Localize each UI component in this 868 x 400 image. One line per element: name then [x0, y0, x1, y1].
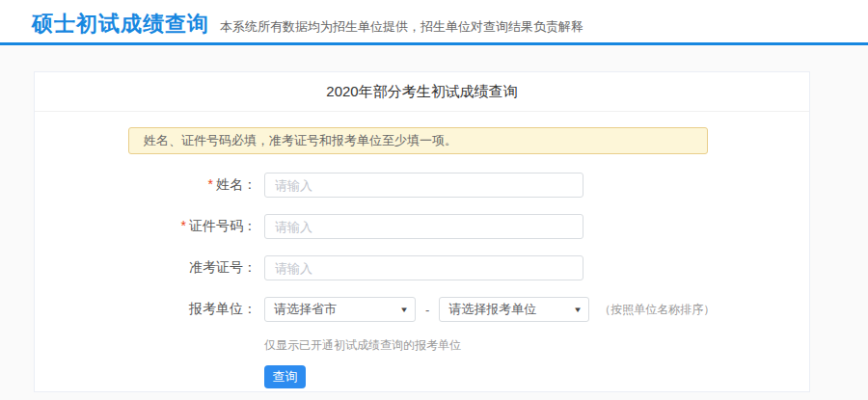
- id-number-label: *证件号码：: [35, 218, 257, 235]
- apply-unit-label-text: 报考单位：: [189, 301, 257, 316]
- query-form: *姓名： *证件号码： 准考证号： 报考单位：: [35, 173, 809, 388]
- name-label: *姓名：: [35, 176, 257, 194]
- id-number-input[interactable]: [264, 214, 583, 239]
- required-asterisk: *: [208, 176, 213, 192]
- dropdown-arrow-icon: ▼: [574, 306, 583, 314]
- page-title: 硕士初试成绩查询: [32, 10, 209, 39]
- main-content: 2020年部分考生初试成绩查询 姓名、证件号码必填，准考证号和报考单位至少填一项…: [0, 45, 868, 400]
- select-separator: -: [425, 303, 429, 317]
- apply-unit-label: 报考单位：: [35, 301, 257, 318]
- name-input[interactable]: [264, 173, 583, 198]
- id-number-row: *证件号码：: [35, 214, 809, 239]
- page-header: 硕士初试成绩查询 本系统所有数据均为招生单位提供，招生单位对查询结果负责解释: [0, 0, 868, 45]
- notice-banner: 姓名、证件号码必填，准考证号和报考单位至少填一项。: [128, 127, 708, 154]
- name-row: *姓名：: [35, 173, 809, 198]
- unit-helper-text: 仅显示已开通初试成绩查询的报考单位: [264, 338, 809, 352]
- sort-order-note: （按照单位名称排序）: [599, 302, 715, 318]
- apply-unit-row: 报考单位： 请选择省市 ▼ - 请选择报考单位 ▼ （按照单位名称排序）: [35, 297, 809, 322]
- unit-select-value: 请选择报考单位: [448, 301, 536, 318]
- dropdown-arrow-icon: ▼: [399, 306, 409, 314]
- panel-title: 2020年部分考生初试成绩查询: [35, 72, 809, 112]
- province-select-value: 请选择省市: [274, 301, 337, 318]
- admission-ticket-input[interactable]: [264, 255, 583, 280]
- query-panel: 2020年部分考生初试成绩查询 姓名、证件号码必填，准考证号和报考单位至少填一项…: [34, 71, 810, 392]
- province-select[interactable]: 请选择省市 ▼: [264, 297, 416, 322]
- id-number-label-text: 证件号码：: [189, 218, 257, 233]
- unit-select[interactable]: 请选择报考单位 ▼: [439, 297, 589, 322]
- admission-ticket-label: 准考证号：: [35, 259, 257, 277]
- name-label-text: 姓名：: [216, 176, 257, 192]
- query-button[interactable]: 查询: [264, 365, 306, 388]
- admission-ticket-row: 准考证号：: [35, 255, 809, 280]
- required-asterisk: *: [181, 218, 186, 233]
- page-subtitle: 本系统所有数据均为招生单位提供，招生单位对查询结果负责解释: [220, 18, 583, 36]
- admission-ticket-label-text: 准考证号：: [189, 259, 257, 275]
